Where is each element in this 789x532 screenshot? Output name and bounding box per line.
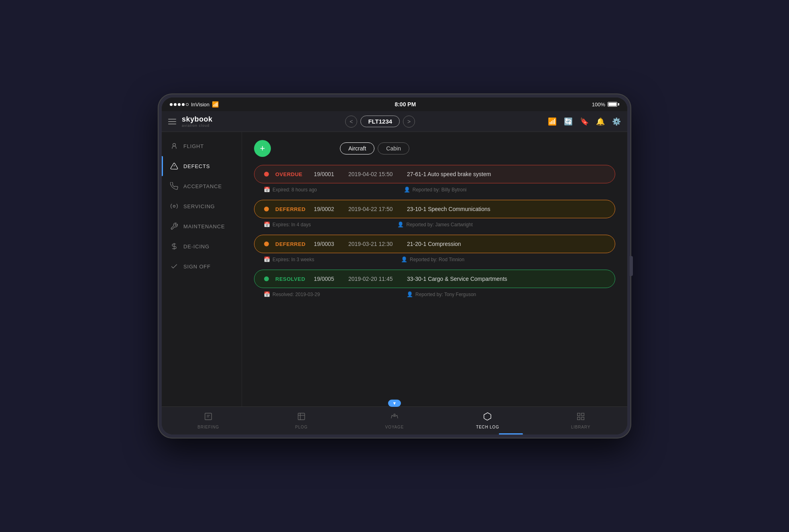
sidebar-item-acceptance[interactable]: ACCEPTANCE bbox=[162, 176, 242, 196]
defect-desc-3: 21-20-1 Compression bbox=[407, 241, 605, 247]
person-icon-1: 👤 bbox=[404, 187, 410, 193]
tab-voyage[interactable]: VOYAGE bbox=[348, 412, 441, 429]
defect-card-overdue[interactable]: OVERDUE 19/0001 2019-04-02 15:50 27-61-1… bbox=[254, 165, 615, 183]
sidebar-item-maintenance[interactable]: MAINTENANCE bbox=[162, 216, 242, 236]
header-center: < FLT1234 > bbox=[345, 116, 415, 128]
plog-tab-icon bbox=[297, 412, 306, 423]
flight-id-badge[interactable]: FLT1234 bbox=[360, 116, 400, 127]
defect-number-1: 19/0001 bbox=[314, 171, 342, 177]
sidebar: FLIGHT DEFECTS bbox=[162, 132, 242, 406]
defect-reporter-text-3: Reported by: Rod Tinnion bbox=[410, 257, 464, 262]
sidebar-item-servicing[interactable]: SERVICING bbox=[162, 196, 242, 216]
battery-body bbox=[608, 102, 617, 107]
sidebar-item-deicing[interactable]: DE-ICING bbox=[162, 236, 242, 256]
defect-item-4: RESOLVED 19/0005 2019-02-20 11:45 33-30-… bbox=[254, 270, 615, 297]
settings-icon[interactable]: ⚙️ bbox=[612, 117, 621, 126]
defect-date-2: 2019-04-22 17:50 bbox=[348, 206, 401, 212]
tab-library[interactable]: LIBRARY bbox=[534, 412, 627, 429]
sidebar-defects-label: DEFECTS bbox=[183, 163, 210, 169]
person-icon-4: 👤 bbox=[407, 291, 413, 297]
defect-card-resolved[interactable]: RESOLVED 19/0005 2019-02-20 11:45 33-30-… bbox=[254, 270, 615, 288]
sidebar-item-signoff[interactable]: SIGN OFF bbox=[162, 256, 242, 276]
prev-flight-button[interactable]: < bbox=[345, 116, 357, 128]
scroll-indicator: ▼ bbox=[388, 400, 401, 407]
defect-card-deferred-2[interactable]: DEFERRED 19/0003 2019-03-21 12:30 21-20-… bbox=[254, 235, 615, 253]
defect-reporter-2: 👤 Reported by: James Cartwright bbox=[397, 221, 472, 227]
maintenance-sidebar-icon bbox=[170, 222, 179, 231]
sidebar-servicing-label: SERVICING bbox=[183, 203, 215, 209]
tab-techlog[interactable]: TECH LOG bbox=[441, 412, 534, 429]
tab-briefing[interactable]: BRIEFING bbox=[162, 412, 255, 429]
defect-card-deferred-1[interactable]: DEFERRED 19/0002 2019-04-22 17:50 23-10-… bbox=[254, 200, 615, 218]
defect-reporter-text-4: Reported by: Tony Ferguson bbox=[415, 292, 476, 297]
logo-sub: aviation cloud bbox=[182, 124, 213, 128]
defect-expiry-2: 📅 Expires: In 4 days bbox=[264, 221, 311, 227]
defect-meta-3: 📅 Expires: In 3 weeks 👤 Reported by: Rod… bbox=[254, 253, 615, 262]
sidebar-item-defects[interactable]: DEFECTS bbox=[162, 156, 242, 176]
hamburger-line-3 bbox=[168, 124, 176, 124]
signal-dot-3 bbox=[178, 103, 181, 106]
signal-dots bbox=[170, 103, 189, 106]
filter-row: + Aircraft Cabin bbox=[254, 140, 615, 157]
status-indicator-orange-1 bbox=[264, 207, 269, 211]
tab-plog[interactable]: PLOG bbox=[255, 412, 348, 429]
app-header: skybook aviation cloud < FLT1234 > 📶 🔄 🔖… bbox=[162, 111, 627, 132]
battery-icon bbox=[608, 102, 619, 107]
svg-rect-15 bbox=[582, 417, 584, 420]
status-left: InVision 📶 bbox=[170, 101, 219, 108]
tab-active-indicator bbox=[499, 433, 523, 435]
svg-rect-12 bbox=[578, 413, 580, 416]
defect-date-1: 2019-04-02 15:50 bbox=[348, 171, 401, 177]
defect-meta-2: 📅 Expires: In 4 days 👤 Reported by: Jame… bbox=[254, 218, 615, 227]
hamburger-menu[interactable] bbox=[168, 119, 176, 124]
defect-reporter-1: 👤 Reported by: Billy Bytroni bbox=[404, 187, 467, 193]
main-layout: FLIGHT DEFECTS bbox=[162, 132, 627, 406]
defect-expiry-1: 📅 Expired: 8 hours ago bbox=[264, 187, 317, 193]
bookmark-icon[interactable]: 🔖 bbox=[580, 117, 589, 126]
svg-rect-5 bbox=[205, 413, 212, 420]
tab-aircraft[interactable]: Aircraft bbox=[340, 142, 374, 154]
signoff-sidebar-icon bbox=[170, 262, 179, 271]
tab-bar: ▼ BRIEFING PLOG bbox=[162, 406, 627, 435]
svg-rect-8 bbox=[298, 413, 305, 420]
hamburger-line-2 bbox=[168, 121, 176, 122]
deicing-sidebar-icon bbox=[170, 242, 179, 251]
acceptance-sidebar-icon bbox=[170, 182, 179, 191]
header-left: skybook aviation cloud bbox=[168, 115, 213, 128]
notification-icon[interactable]: 🔔 bbox=[596, 117, 605, 126]
header-right: 📶 🔄 🔖 🔔 ⚙️ bbox=[548, 117, 621, 126]
signal-dot-2 bbox=[174, 103, 177, 106]
device-side-button bbox=[630, 256, 633, 276]
defect-item-2: DEFERRED 19/0002 2019-04-22 17:50 23-10-… bbox=[254, 200, 615, 227]
svg-point-11 bbox=[394, 414, 395, 416]
status-bar: InVision 📶 8:00 PM 100% bbox=[162, 97, 627, 111]
skybook-logo: skybook aviation cloud bbox=[182, 115, 213, 128]
svg-rect-13 bbox=[582, 413, 584, 416]
defect-date-4: 2019-02-20 11:45 bbox=[348, 276, 401, 282]
sidebar-maintenance-label: MAINTENANCE bbox=[183, 223, 225, 229]
defect-number-2: 19/0002 bbox=[314, 206, 342, 212]
defect-resolved-text-4: Resolved: 2019-03-29 bbox=[272, 292, 320, 297]
device-screen: InVision 📶 8:00 PM 100% bbox=[162, 97, 627, 435]
status-indicator-green bbox=[264, 276, 269, 281]
defect-expiry-text-2: Expires: In 4 days bbox=[272, 222, 311, 227]
sidebar-item-flight[interactable]: FLIGHT bbox=[162, 136, 242, 156]
device-frame: InVision 📶 8:00 PM 100% bbox=[158, 93, 631, 439]
wifi-header-icon[interactable]: 📶 bbox=[548, 117, 557, 126]
sidebar-acceptance-label: ACCEPTANCE bbox=[183, 183, 222, 189]
servicing-sidebar-icon bbox=[170, 202, 179, 211]
signal-dot-1 bbox=[170, 103, 173, 106]
sidebar-flight-label: FLIGHT bbox=[183, 143, 204, 149]
defect-status-deferred-2: DEFERRED bbox=[275, 241, 307, 247]
next-flight-button[interactable]: > bbox=[403, 116, 415, 128]
refresh-icon[interactable]: 🔄 bbox=[564, 117, 573, 126]
sidebar-signoff-label: SIGN OFF bbox=[183, 264, 211, 270]
add-defect-button[interactable]: + bbox=[254, 140, 271, 157]
defect-reporter-3: 👤 Reported by: Rod Tinnion bbox=[401, 256, 464, 262]
voyage-tab-label: VOYAGE bbox=[385, 425, 404, 429]
defect-resolved-4: 📅 Resolved: 2019-03-29 bbox=[264, 291, 320, 297]
tab-cabin[interactable]: Cabin bbox=[378, 142, 409, 154]
defect-number-3: 19/0003 bbox=[314, 241, 342, 247]
briefing-tab-icon bbox=[204, 412, 213, 423]
calendar-icon-2: 📅 bbox=[264, 221, 270, 227]
